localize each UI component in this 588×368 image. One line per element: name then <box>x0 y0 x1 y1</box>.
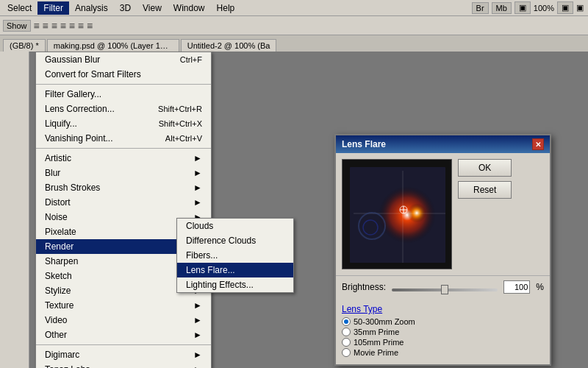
submenu-lens-flare[interactable]: Lens Flare... <box>177 263 293 277</box>
percent-label: % <box>536 282 544 292</box>
submenu-difference-clouds[interactable]: Difference Clouds <box>177 233 293 248</box>
zoom-icon[interactable]: ▣ <box>514 1 531 14</box>
menu-blur[interactable]: Blur ► <box>36 166 211 180</box>
menu-help[interactable]: Help <box>211 1 241 15</box>
radio-50-300[interactable]: 50-300mm Zoom <box>342 317 544 326</box>
menu-other[interactable]: Other ► <box>36 328 211 342</box>
tab-2[interactable]: Untitled-2 @ 100% (Ba <box>181 39 277 52</box>
radio-35mm-dot[interactable] <box>342 328 351 336</box>
left-sidebar <box>0 52 29 368</box>
menu-artistic[interactable]: Artistic ► <box>36 151 211 166</box>
menu-3d[interactable]: 3D <box>114 1 137 15</box>
brightness-input[interactable] <box>503 280 530 294</box>
dialog-close-button[interactable]: ✕ <box>532 138 544 150</box>
brightness-label: Brightness: <box>342 282 386 292</box>
brightness-slider-container <box>392 283 498 291</box>
radio-movie-prime-label: Movie Prime <box>354 348 398 357</box>
mb-icon[interactable]: Mb <box>492 2 512 14</box>
sep-2 <box>36 148 211 149</box>
menu-video[interactable]: Video ► <box>36 313 211 328</box>
menu-texture[interactable]: Texture ► <box>36 298 211 313</box>
menu-digimarc[interactable]: Digimarc ► <box>36 347 211 362</box>
menu-lens-correction[interactable]: Lens Correction... Shift+Ctrl+R <box>36 102 211 116</box>
toolbar: Show ≡ ≡ ≡ ≡ ≡ ≡ ≡ <box>0 16 588 35</box>
lens-type-title: Lens Type <box>342 304 544 314</box>
menu-bar: Select Filter Analysis 3D View Window He… <box>0 0 588 16</box>
toolbar-icons: ≡ ≡ ≡ ≡ ≡ ≡ ≡ <box>34 20 93 32</box>
tabs-bar: (GB/8) * making.psd @ 100% (Layer 17, CM… <box>0 35 588 52</box>
dialog-body: OK Reset <box>336 153 550 275</box>
flare-svg <box>343 160 452 269</box>
radio-35mm[interactable]: 35mm Prime <box>342 328 544 336</box>
menu-vanishing-point[interactable]: Vanishing Point... Alt+Ctrl+V <box>36 131 211 146</box>
show-button[interactable]: Show <box>3 20 31 32</box>
dialog-title: Lens Flare <box>342 139 386 149</box>
ok-button[interactable]: OK <box>458 159 512 177</box>
reset-button[interactable]: Reset <box>458 181 512 199</box>
dialog-bottom: Brightness: % <box>336 275 550 301</box>
radio-movie-prime-dot[interactable] <box>342 348 351 357</box>
radio-50-300-label: 50-300mm Zoom <box>354 317 415 326</box>
radio-movie-prime[interactable]: Movie Prime <box>342 348 544 357</box>
submenu-fibers[interactable]: Fibers... <box>177 248 293 263</box>
radio-105mm[interactable]: 105mm Prime <box>342 338 544 347</box>
submenu-clouds[interactable]: Clouds <box>177 219 293 233</box>
sep-3 <box>36 344 211 345</box>
menu-gaussian-blur[interactable]: Gaussian Blur Ctrl+F <box>36 52 211 67</box>
menu-convert-smart[interactable]: Convert for Smart Filters <box>36 67 211 82</box>
menu-view[interactable]: View <box>137 1 168 15</box>
radio-105mm-label: 105mm Prime <box>354 338 404 347</box>
menu-filter[interactable]: Filter <box>37 1 69 15</box>
radio-50-300-dot[interactable] <box>342 317 351 326</box>
menu-window[interactable]: Window <box>168 1 211 15</box>
menu-filter-gallery[interactable]: Filter Gallery... <box>36 87 211 102</box>
view-icon[interactable]: ▣ <box>557 1 573 14</box>
view-icon2: ▣ <box>576 3 584 13</box>
brightness-thumb[interactable] <box>441 285 448 294</box>
lens-flare-dialog: Lens Flare ✕ <box>334 134 551 366</box>
menu-topaz[interactable]: Topaz Labs ► <box>36 362 211 368</box>
zoom-level: 100% <box>534 4 554 13</box>
radio-105mm-dot[interactable] <box>342 338 351 347</box>
render-submenu: Clouds Difference Clouds Fibers... Lens … <box>176 218 294 293</box>
menu-distort[interactable]: Distort ► <box>36 195 211 210</box>
brightness-row: Brightness: % <box>342 280 544 294</box>
main-content: Gaussian Blur Ctrl+F Convert for Smart F… <box>0 52 588 368</box>
menu-liquify[interactable]: Liquify... Shift+Ctrl+X <box>36 116 211 131</box>
tab-0[interactable]: (GB/8) * <box>3 39 46 52</box>
sep-1 <box>36 84 211 85</box>
br-icon[interactable]: Br <box>472 2 489 14</box>
filter-dropdown: Gaussian Blur Ctrl+F Convert for Smart F… <box>35 52 212 368</box>
lens-type-section: Lens Type 50-300mm Zoom 35mm Prime 105mm… <box>336 301 550 364</box>
dialog-preview[interactable] <box>342 159 452 269</box>
submenu-lighting-effects[interactable]: Lighting Effects... <box>177 277 293 292</box>
menu-analysis[interactable]: Analysis <box>69 1 114 15</box>
menu-select[interactable]: Select <box>1 1 37 15</box>
dialog-buttons: OK Reset <box>458 159 512 269</box>
radio-35mm-label: 35mm Prime <box>354 328 399 336</box>
dialog-title-bar: Lens Flare ✕ <box>336 135 550 153</box>
tab-1[interactable]: making.psd @ 100% (Layer 17, CMYK/8) * <box>47 39 179 52</box>
menu-brush-strokes[interactable]: Brush Strokes ► <box>36 180 211 195</box>
